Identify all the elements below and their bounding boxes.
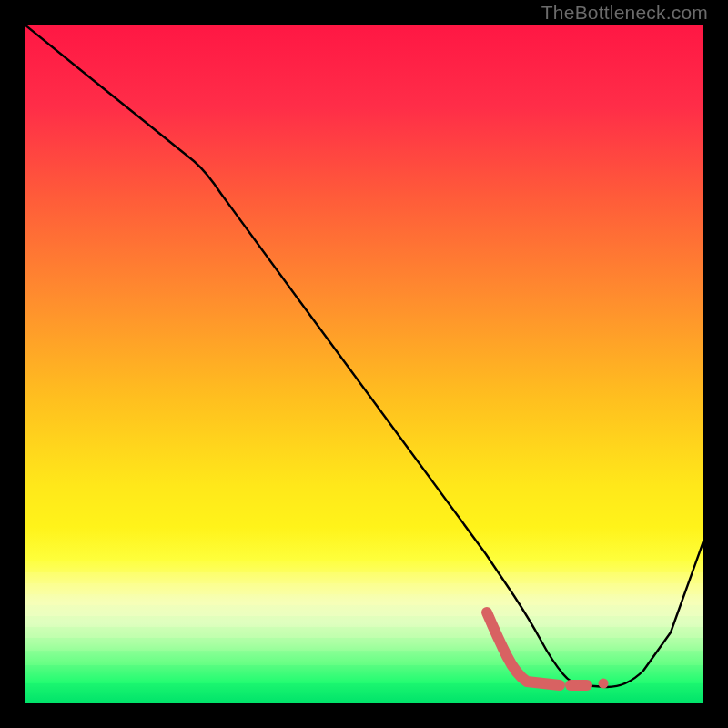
svg-rect-6 [25,627,703,638]
svg-rect-7 [25,638,703,651]
chart-frame: TheBottleneck.com [0,0,728,728]
bottleneck-chart-svg [25,25,703,703]
svg-rect-0 [25,561,703,572]
svg-rect-3 [25,594,703,605]
svg-point-11 [599,679,609,689]
plot-area [25,25,703,703]
svg-rect-2 [25,583,703,594]
svg-rect-1 [25,572,703,583]
watermark-label: TheBottleneck.com [541,2,708,24]
svg-rect-8 [25,651,703,665]
svg-rect-4 [25,605,703,616]
svg-rect-5 [25,616,703,627]
